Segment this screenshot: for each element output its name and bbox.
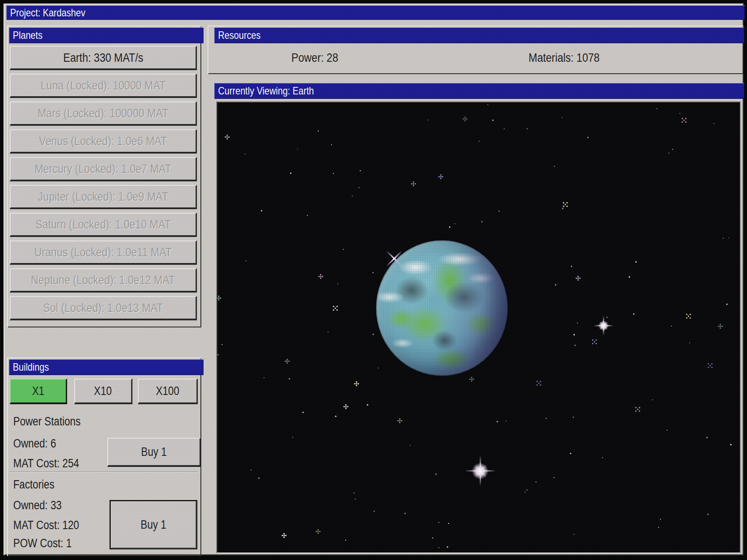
star xyxy=(536,481,536,482)
planet-button-mars[interactable]: Mars (Locked): 100000 MAT xyxy=(10,101,197,126)
planet-button-label: Luna (Locked): 10000 MAT xyxy=(41,79,166,93)
star xyxy=(399,420,400,421)
star xyxy=(464,118,466,120)
star xyxy=(546,418,547,419)
star xyxy=(287,361,288,362)
star xyxy=(562,208,563,209)
star xyxy=(283,535,285,536)
star xyxy=(652,399,653,400)
ray-star-icon xyxy=(465,455,496,486)
star xyxy=(574,345,576,346)
buy-factory-button[interactable]: Buy 1 xyxy=(109,500,197,549)
planet-button-uranus[interactable]: Uranus (Locked): 1.0e11 MAT xyxy=(10,241,197,265)
resources-header-label: Resources xyxy=(218,29,260,41)
star xyxy=(320,276,321,277)
star xyxy=(356,383,357,384)
multiplier-button-x1[interactable]: X1 xyxy=(10,379,67,404)
star xyxy=(726,304,728,305)
star xyxy=(251,470,252,470)
buy-power-station-button[interactable]: Buy 1 xyxy=(107,438,201,467)
multiplier-label: X10 xyxy=(94,384,112,398)
star xyxy=(218,354,219,355)
star xyxy=(454,223,455,224)
star xyxy=(571,266,572,267)
star xyxy=(345,406,347,407)
star xyxy=(378,368,379,368)
star xyxy=(354,492,355,493)
star xyxy=(333,173,334,174)
multiplier-button-x100[interactable]: X100 xyxy=(138,379,198,404)
star xyxy=(660,519,661,520)
planets-header: Planets xyxy=(9,27,204,43)
star xyxy=(428,120,429,120)
star xyxy=(358,187,359,188)
star xyxy=(504,128,505,129)
star xyxy=(492,120,494,121)
star xyxy=(335,416,336,417)
star xyxy=(331,144,332,145)
star xyxy=(438,522,439,523)
star xyxy=(345,540,346,541)
star xyxy=(633,313,634,315)
star xyxy=(720,326,721,327)
star xyxy=(360,170,361,171)
factories-mat-cost: MAT Cost: 120 xyxy=(13,519,92,532)
star xyxy=(374,511,375,512)
star xyxy=(587,137,589,138)
star xyxy=(723,238,724,239)
planet-button-sol[interactable]: Sol (Locked): 1.0e13 MAT xyxy=(10,296,197,320)
window-title: Project: Kardashev xyxy=(10,7,85,19)
multiplier-button-x10[interactable]: X10 xyxy=(74,379,132,404)
planet-button-luna[interactable]: Luna (Locked): 10000 MAT xyxy=(10,74,197,98)
star xyxy=(318,131,319,132)
multiplier-label: X100 xyxy=(156,384,179,398)
planet-button-earth[interactable]: Earth: 330 MAT/s xyxy=(10,46,197,70)
star xyxy=(573,534,574,535)
star xyxy=(594,341,595,342)
star xyxy=(688,316,689,317)
viewer-header-label: Currently Viewing: Earth xyxy=(218,85,314,97)
star xyxy=(570,453,571,454)
planets-header-label: Planets xyxy=(13,29,42,41)
star xyxy=(555,284,556,286)
star xyxy=(373,272,374,273)
planet-button-list: Earth: 330 MAT/sLuna (Locked): 10000 MAT… xyxy=(10,46,197,320)
star xyxy=(258,477,260,479)
star xyxy=(524,492,525,492)
planet-button-label: Venus (Locked): 1.0e6 MAT xyxy=(39,134,167,148)
app-window: Project: Kardashev Planets Earth: 330 MA… xyxy=(4,4,743,555)
star xyxy=(498,210,500,212)
star xyxy=(635,261,637,263)
star xyxy=(438,547,439,548)
ray-star-icon xyxy=(594,316,613,335)
star xyxy=(290,173,291,174)
planet-button-label: Uranus (Locked): 1.0e11 MAT xyxy=(34,245,172,259)
section-divider xyxy=(9,471,198,473)
star xyxy=(526,489,528,491)
star xyxy=(307,215,308,216)
materials-readout: Materials: 1078 xyxy=(422,45,706,71)
star xyxy=(707,514,709,515)
planet-button-saturn[interactable]: Saturn (Locked): 1.0e10 MAT xyxy=(10,213,197,237)
star xyxy=(410,445,411,446)
power-stations-owned: Owned: 6 xyxy=(13,437,64,451)
planet-button-venus[interactable]: Venus (Locked): 1.0e6 MAT xyxy=(10,129,197,154)
planet-button-label: Sol (Locked): 1.0e13 MAT xyxy=(43,301,163,315)
star xyxy=(373,334,374,335)
factories-pow-cost: POW Cost: 1 xyxy=(13,537,83,550)
star xyxy=(709,365,711,366)
star xyxy=(658,527,659,528)
planet-button-label: Mars (Locked): 100000 MAT xyxy=(38,106,168,120)
star xyxy=(679,113,680,114)
star xyxy=(577,278,579,279)
star xyxy=(706,437,708,438)
star xyxy=(432,537,433,538)
star xyxy=(245,260,246,261)
factories-owned: Owned: 33 xyxy=(13,499,71,512)
planet-button-mercury[interactable]: Mercury (Locked): 1.0e7 MAT xyxy=(10,157,197,181)
star xyxy=(226,136,228,138)
planet-button-neptune[interactable]: Neptune (Locked): 1.0e12 MAT xyxy=(10,268,197,293)
buildings-header-label: Buildings xyxy=(13,361,49,373)
resources-panel: Resources Power: 28 Materials: 1078 xyxy=(208,26,743,74)
planet-button-jupiter[interactable]: Jupiter (Locked): 1.0e9 MAT xyxy=(10,185,197,209)
